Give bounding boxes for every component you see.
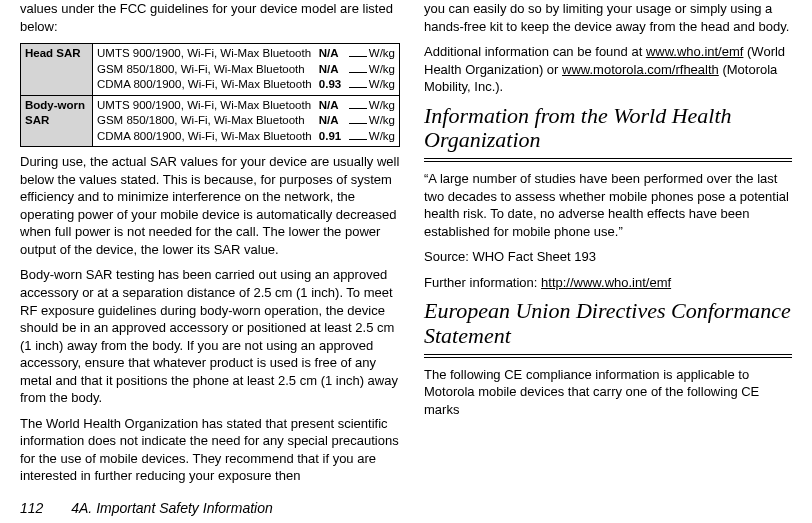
text-prefix: Additional information can be found at (424, 44, 646, 59)
left-p1: During use, the actual SAR values for yo… (20, 153, 400, 258)
right-p4: Further information: http://www.who.int/… (424, 274, 792, 292)
left-p3: The World Health Organization has stated… (20, 415, 400, 485)
page-number: 112 (20, 500, 43, 516)
right-p3: Source: WHO Fact Sheet 193 (424, 248, 792, 266)
right-p5: The following CE compliance information … (424, 366, 792, 419)
sar-tech: UMTS 900/1900, Wi-Fi, Wi-Max Bluetooth (97, 98, 311, 114)
right-p1b: Additional information can be found at w… (424, 43, 792, 96)
sar-tech: GSM 850/1800, Wi-Fi, Wi-Max Bluetooth (97, 113, 305, 129)
head-sar-cell: UMTS 900/1900, Wi-Fi, Wi-Max Bluetooth N… (93, 44, 400, 96)
body-sar-label: Body-worn SAR (21, 95, 93, 147)
sar-value: 0.93 (319, 77, 347, 93)
page-footer: 112 4A. Important Safety Information (20, 493, 792, 518)
sar-unit: W/kg (369, 98, 395, 114)
link-motorola[interactable]: www.motorola.com/rfhealth (562, 62, 719, 77)
table-row: Body-worn SAR UMTS 900/1900, Wi-Fi, Wi-M… (21, 95, 400, 147)
sar-tech: CDMA 800/1900, Wi-Fi, Wi-Max Bluetooth (97, 129, 312, 145)
sar-tech: UMTS 900/1900, Wi-Fi, Wi-Max Bluetooth (97, 46, 311, 62)
heading-who-info: Information from the World Health Organi… (424, 104, 792, 152)
sar-tech: CDMA 800/1900, Wi-Fi, Wi-Max Bluetooth (97, 77, 312, 93)
right-p1a: you can easily do so by limiting your us… (424, 0, 792, 35)
link-who-emf[interactable]: http://www.who.int/emf (541, 275, 671, 290)
right-p2: “A large number of studies have been per… (424, 170, 792, 240)
sar-value: N/A (319, 98, 347, 114)
section-rule (424, 354, 792, 358)
text-prefix: Further information: (424, 275, 541, 290)
table-row: Head SAR UMTS 900/1900, Wi-Fi, Wi-Max Bl… (21, 44, 400, 96)
sar-unit: W/kg (369, 129, 395, 145)
sar-value: 0.91 (319, 129, 347, 145)
sar-unit: W/kg (369, 46, 395, 62)
sar-unit: W/kg (369, 62, 395, 78)
link-who[interactable]: www.who.int/emf (646, 44, 744, 59)
body-sar-cell: UMTS 900/1900, Wi-Fi, Wi-Max Bluetooth N… (93, 95, 400, 147)
section-rule (424, 158, 792, 162)
sar-value: N/A (319, 46, 347, 62)
sar-value: N/A (319, 113, 347, 129)
left-p2: Body-worn SAR testing has been carried o… (20, 266, 400, 406)
head-sar-label: Head SAR (21, 44, 93, 96)
sar-value: N/A (319, 62, 347, 78)
sar-unit: W/kg (369, 77, 395, 93)
sar-unit: W/kg (369, 113, 395, 129)
sar-table: Head SAR UMTS 900/1900, Wi-Fi, Wi-Max Bl… (20, 43, 400, 147)
heading-eu-directives: European Union Directives Conformance St… (424, 299, 792, 347)
sar-tech: GSM 850/1800, Wi-Fi, Wi-Max Bluetooth (97, 62, 305, 78)
footer-section-title: 4A. Important Safety Information (71, 500, 273, 516)
left-intro: values under the FCC guidelines for your… (20, 0, 400, 35)
